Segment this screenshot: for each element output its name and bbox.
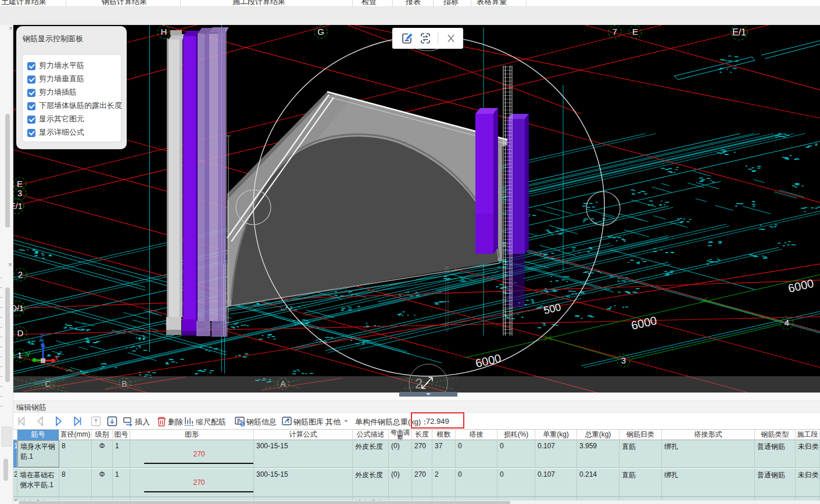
- svg-text:G: G: [317, 27, 324, 37]
- svg-text:3: 3: [621, 355, 626, 365]
- svg-text:4: 4: [785, 318, 789, 327]
- svg-text:E: E: [17, 179, 23, 189]
- svg-text:2: 2: [415, 376, 422, 391]
- svg-text:Z: Z: [40, 333, 44, 341]
- svg-text:1: 1: [17, 350, 22, 360]
- svg-text:2: 2: [18, 269, 23, 279]
- svg-text:H: H: [161, 27, 167, 37]
- svg-text:3: 3: [17, 188, 22, 198]
- svg-text:X: X: [54, 354, 59, 363]
- svg-text:E/1: E/1: [13, 201, 23, 211]
- svg-text:D: D: [17, 328, 24, 338]
- svg-text:E/1: E/1: [732, 27, 746, 37]
- svg-text:A: A: [280, 379, 286, 388]
- svg-text:B: B: [121, 379, 127, 388]
- svg-text:E: E: [632, 27, 638, 37]
- svg-text:C: C: [45, 379, 51, 388]
- svg-text:D/1: D/1: [13, 304, 24, 313]
- svg-text:Y: Y: [26, 350, 31, 359]
- svg-text:7: 7: [613, 27, 617, 37]
